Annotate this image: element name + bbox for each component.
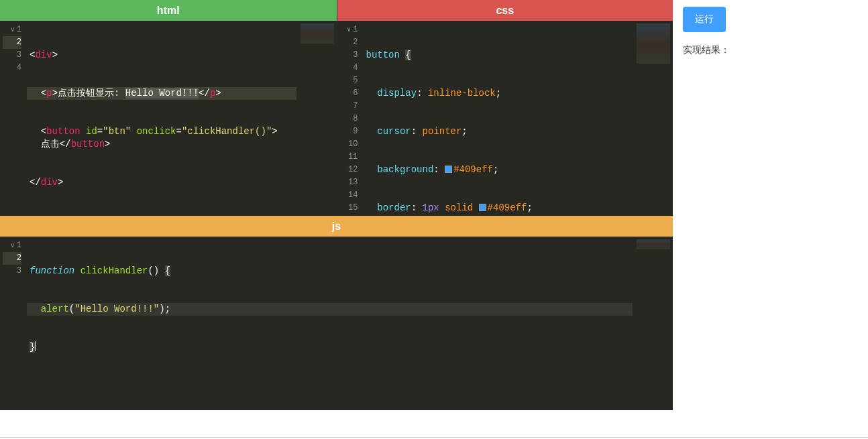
js-header: js [0,216,673,237]
divider [0,437,868,438]
html-code[interactable]: <div> <p>点击按钮显示: Hello Word!!!</p> <butt… [27,21,296,216]
js-editor[interactable]: ∨1 2 3 function clickHandler() { alert("… [0,237,673,410]
css-code[interactable]: button { display: inline-block; cursor: … [364,21,633,216]
color-swatch-icon [445,166,452,173]
js-minimap[interactable] [633,237,673,410]
editor-panels: html ∨1 2 3 4 <div> <p>点击按钮显示: Hello Wor… [0,0,673,410]
html-pane: html ∨1 2 3 4 <div> <p>点击按钮显示: Hello Wor… [0,0,337,216]
js-gutter: ∨1 2 3 [0,237,27,410]
html-editor[interactable]: ∨1 2 3 4 <div> <p>点击按钮显示: Hello Word!!!<… [0,21,337,216]
html-minimap[interactable] [296,21,337,216]
css-pane: css ∨1 2 3 4 5 6 7 8 9 10 11 12 [337,0,673,216]
css-editor[interactable]: ∨1 2 3 4 5 6 7 8 9 10 11 12 13 14 [337,21,673,216]
fold-icon[interactable]: ∨ [9,239,17,252]
html-gutter: ∨1 2 3 4 [0,21,27,216]
js-code[interactable]: function clickHandler() { alert("Hello W… [27,237,633,410]
fold-icon[interactable]: ∨ [345,23,353,36]
color-swatch-icon [479,204,486,211]
run-button[interactable]: 运行 [683,7,726,32]
css-gutter: ∨1 2 3 4 5 6 7 8 9 10 11 12 13 14 [337,21,364,216]
js-pane: js ∨1 2 3 function clickHandler() { aler… [0,216,673,410]
html-header: html [0,0,337,21]
css-minimap[interactable] [633,21,673,216]
result-panel: 运行 实现结果： [673,0,868,410]
css-header: css [337,0,673,21]
fold-icon[interactable]: ∨ [9,23,17,36]
result-label: 实现结果： [683,44,858,56]
